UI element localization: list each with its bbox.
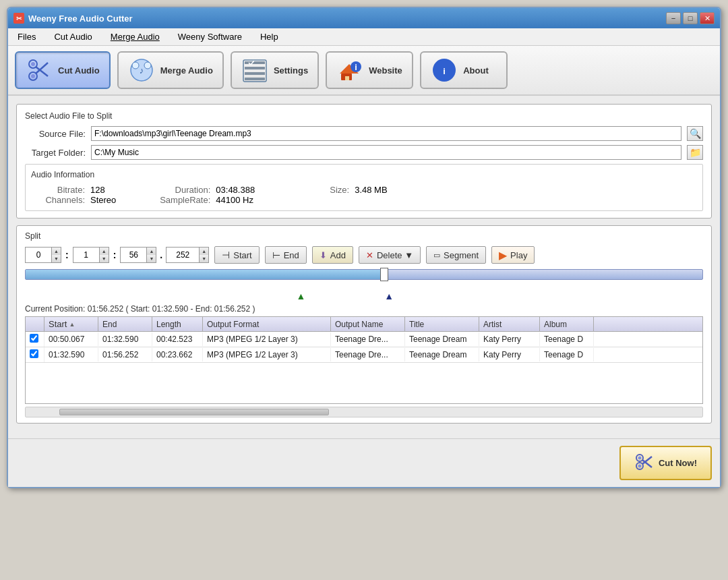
cut-now-icon <box>634 453 653 473</box>
th-album[interactable]: Album <box>540 317 594 331</box>
table-row[interactable]: 01:32.590 01:56.252 00:23.662 MP3 (MPEG … <box>26 347 702 363</box>
duration-label: Duration: <box>156 185 210 195</box>
svg-text:♪: ♪ <box>139 65 144 76</box>
split-section: Split ▲ ▼ : ▲ ▼ <box>16 225 712 424</box>
minimize-button[interactable]: − <box>666 12 681 24</box>
th-format[interactable]: Output Format <box>203 317 331 331</box>
target-folder-input[interactable] <box>91 145 681 160</box>
split-controls: ▲ ▼ : ▲ ▼ : ▲ <box>25 246 703 264</box>
spinbox-ms-up[interactable]: ▲ <box>199 248 208 255</box>
maximize-button[interactable]: □ <box>683 12 698 24</box>
toolbar-about[interactable]: i About <box>420 51 508 89</box>
source-label: Source File: <box>25 129 86 139</box>
channels-value: Stereo <box>90 195 116 205</box>
th-start[interactable]: Start ▲ <box>44 317 98 331</box>
row2-outname: Teenage Dre... <box>331 348 405 361</box>
start-button[interactable]: ⊣ Start <box>214 246 259 264</box>
end-button[interactable]: ⊢ End <box>265 246 307 264</box>
th-end[interactable]: End <box>98 317 152 331</box>
spinbox-hours: ▲ ▼ <box>25 247 61 263</box>
horizontal-scrollbar[interactable] <box>25 407 703 417</box>
channels-row: Channels: Stereo <box>31 195 116 205</box>
svg-rect-19 <box>345 76 349 80</box>
spinbox-seconds-down[interactable]: ▼ <box>146 255 156 262</box>
th-outname[interactable]: Output Name <box>331 317 405 331</box>
svg-rect-13 <box>245 78 265 80</box>
start-arrow: ▲ <box>296 291 305 301</box>
row1-check[interactable] <box>26 332 44 347</box>
spinbox-ms-input[interactable] <box>166 248 199 262</box>
toolbar-settings[interactable]: Settings <box>231 51 319 89</box>
spinbox-minutes-up[interactable]: ▲ <box>99 248 109 255</box>
duration-value: 03:48.388 <box>216 185 255 195</box>
menu-help[interactable]: Help <box>256 30 282 43</box>
file-section: Select Audio File to Split Source File: … <box>16 104 712 219</box>
source-browse-button[interactable]: 🔍 <box>687 126 703 141</box>
spinbox-seconds-input[interactable] <box>121 248 146 262</box>
source-file-input[interactable] <box>91 126 681 141</box>
row2-title: Teenage Dream <box>405 348 479 361</box>
th-title[interactable]: Title <box>405 317 479 331</box>
menu-weeny-software[interactable]: Weeny Software <box>174 30 246 43</box>
svg-point-4 <box>31 74 35 78</box>
delete-button[interactable]: ✕ Delete ▼ <box>359 246 421 264</box>
website-icon: i <box>336 57 363 84</box>
toolbar-cut-audio[interactable]: Cut Audio <box>15 51 111 89</box>
timeline-track[interactable] <box>25 269 703 289</box>
row1-format: MP3 (MPEG 1/2 Layer 3) <box>203 332 331 346</box>
spinbox-hours-arrows: ▲ ▼ <box>51 248 61 262</box>
menu-cut-audio[interactable]: Cut Audio <box>50 30 96 43</box>
title-bar-left: ✂ Weeny Free Audio Cutter <box>13 13 133 24</box>
title-controls: − □ ✕ <box>666 12 715 24</box>
size-row: Size: 3.48 MB <box>295 185 387 195</box>
play-button[interactable]: ▶ Play <box>491 246 535 264</box>
size-label: Size: <box>295 185 349 195</box>
svg-point-29 <box>638 457 641 460</box>
segment-button[interactable]: ▭ Segment <box>426 246 486 264</box>
segments-table: Start ▲ End Length Output Format Output … <box>25 316 703 404</box>
close-button[interactable]: ✕ <box>700 12 715 24</box>
bitrate-value: 128 <box>90 185 105 195</box>
th-artist[interactable]: Artist <box>479 317 540 331</box>
menu-files[interactable]: Files <box>13 30 40 43</box>
menu-merge-audio[interactable]: Merge Audio <box>107 30 164 43</box>
sort-arrow: ▲ <box>69 321 75 328</box>
end-arrow: ▲ <box>384 291 394 301</box>
add-button[interactable]: ⬇ Add <box>312 246 353 264</box>
row2-end: 01:56.252 <box>98 348 152 361</box>
timeline-fill <box>26 270 384 279</box>
timeline-handle[interactable] <box>380 268 388 281</box>
scrollbar-thumb[interactable] <box>59 409 329 415</box>
toolbar: Cut Audio ♪ Merge Audio <box>8 46 720 96</box>
delete-icon: ✕ <box>366 250 373 260</box>
toolbar-merge-audio[interactable]: ♪ Merge Audio <box>117 51 224 89</box>
row2-check[interactable] <box>26 347 44 362</box>
th-length[interactable]: Length <box>152 317 203 331</box>
table-empty-area <box>26 363 702 403</box>
row1-end: 01:32.590 <box>98 332 152 346</box>
toolbar-website[interactable]: i Website <box>326 51 413 89</box>
row1-artist: Katy Perry <box>479 332 540 346</box>
cut-audio-label: Cut Audio <box>58 65 100 76</box>
spinbox-hours-down[interactable]: ▼ <box>51 255 61 262</box>
cut-now-button[interactable]: Cut Now! <box>619 446 712 480</box>
target-browse-button[interactable]: 📁 <box>687 145 703 160</box>
table-row[interactable]: 00:50.067 01:32.590 00:42.523 MP3 (MPEG … <box>26 332 702 347</box>
timeline-bar <box>25 269 703 280</box>
spinbox-minutes-input[interactable] <box>73 248 99 262</box>
bitrate-row: Bitrate: 128 <box>31 185 116 195</box>
spinbox-hours-input[interactable] <box>26 248 51 262</box>
spinbox-minutes: ▲ ▼ <box>73 247 109 263</box>
timeline-arrows: ▲ ▲ <box>25 289 703 301</box>
row1-length: 00:42.523 <box>152 332 203 346</box>
spinbox-seconds-up[interactable]: ▲ <box>146 248 156 255</box>
spinbox-hours-up[interactable]: ▲ <box>51 248 61 255</box>
delete-label: Delete ▼ <box>377 250 413 260</box>
dot-separator: . <box>159 250 163 260</box>
add-icon: ⬇ <box>320 250 327 260</box>
row2-artist: Katy Perry <box>479 348 540 361</box>
audio-info-rows: Bitrate: 128 Channels: Stereo Duration: … <box>31 185 697 205</box>
spinbox-ms-down[interactable]: ▼ <box>199 255 208 262</box>
spinbox-minutes-down[interactable]: ▼ <box>99 255 109 262</box>
add-label: Add <box>330 250 346 260</box>
